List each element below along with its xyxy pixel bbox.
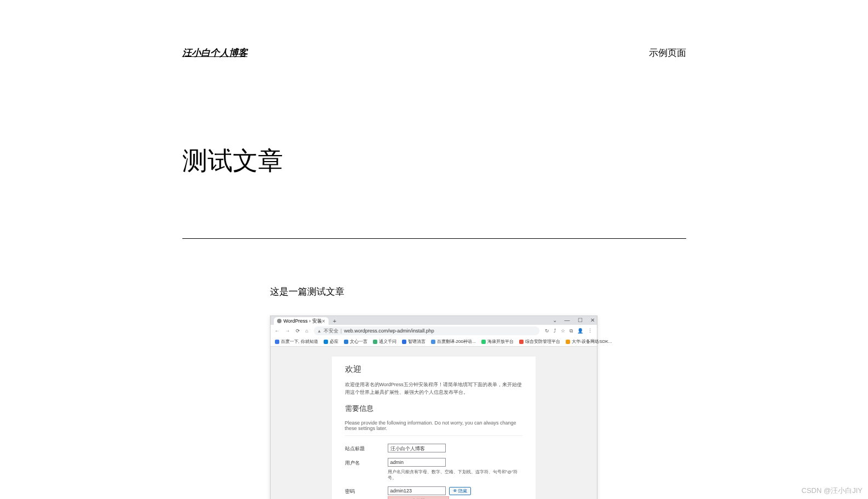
bookmark-item: 大华-设备网络SDK... (566, 339, 612, 345)
password-strength-badge: 非常弱 (388, 496, 449, 499)
bookmark-favicon-icon (566, 340, 570, 344)
bookmark-item: 百度一下, 你就知道 (275, 339, 318, 345)
bookmark-label: 文心一言 (350, 339, 367, 345)
bookmark-item: 文心一言 (344, 339, 367, 345)
extensions-icon: ⧉ (570, 328, 573, 334)
wordpress-favicon-icon (277, 319, 281, 323)
bookmark-label: 综合安防管理平台 (525, 339, 560, 345)
post-content: 这是一篇测试文章 WordPress › 安装 × + ⌄ — ☐ ✕ (270, 285, 686, 499)
reload-icon: ⟳ (296, 328, 300, 334)
sync-icon: ↻ (545, 328, 549, 334)
csdn-watermark: CSDN @汪小白JIY (802, 486, 863, 496)
bookmarks-bar: 百度一下, 你就知道必应文心一言通义千问智谱清言百度翻译-200种语...海康开… (271, 337, 597, 347)
welcome-heading: 欢迎 (345, 364, 522, 375)
post-intro: 这是一篇测试文章 (270, 285, 686, 298)
tab-title: WordPress › 安装 (284, 318, 322, 325)
welcome-description: 欢迎使用著名的WordPress五分钟安装程序！请简单地填写下面的表单，来开始使… (345, 381, 522, 396)
site-title-label: 站点标题 (345, 444, 388, 452)
nav-example-page[interactable]: 示例页面 (649, 47, 686, 59)
username-label: 用户名 (345, 458, 388, 481)
back-icon: ← (275, 328, 280, 334)
bookmark-label: 智谱清言 (408, 339, 426, 345)
hide-password-button: 👁 隐藏 (449, 487, 471, 495)
bookmark-item: 必应 (324, 339, 338, 345)
toolbar-right-icons: ↻ ⤴ ☆ ⧉ 👤 ⋮ (545, 328, 593, 334)
url-text: web.wordpress.com/wp-admin/install.php (344, 328, 434, 334)
profile-icon: 👤 (577, 328, 583, 334)
window-maximize-icon: ☐ (578, 317, 583, 323)
bookmark-item: 百度翻译-200种语... (431, 339, 476, 345)
bookmark-label: 百度翻译-200种语... (437, 339, 476, 345)
password-input: admin123 (388, 486, 446, 495)
bookmark-label: 必应 (330, 339, 338, 345)
window-minimize-icon: — (565, 317, 570, 323)
password-label: 密码 (345, 486, 388, 499)
window-dropdown-icon: ⌄ (553, 317, 557, 323)
security-label: 不安全 (324, 328, 338, 335)
home-icon: ⌂ (306, 328, 308, 334)
bookmark-favicon-icon (402, 340, 406, 344)
bookmark-item: 智谱清言 (402, 339, 426, 345)
install-card: 欢迎 欢迎使用著名的WordPress五分钟安装程序！请简单地填写下面的表单，来… (332, 357, 536, 499)
tab-close-icon: × (322, 318, 325, 324)
bookmark-favicon-icon (275, 340, 279, 344)
bookmark-favicon-icon (324, 340, 328, 344)
forward-icon: → (285, 328, 290, 334)
info-heading: 需要信息 (345, 404, 522, 414)
new-tab-icon: + (333, 318, 336, 324)
menu-icon: ⋮ (588, 328, 593, 334)
bookmark-favicon-icon (519, 340, 524, 344)
site-title-link[interactable]: 汪小白个人博客 (182, 47, 248, 59)
not-secure-icon: ▲ (317, 329, 321, 334)
bookmark-favicon-icon (344, 340, 348, 344)
bookmark-item: 通义千问 (373, 339, 396, 345)
window-close-icon: ✕ (590, 317, 595, 323)
embedded-browser-screenshot: WordPress › 安装 × + ⌄ — ☐ ✕ ← → ⟳ (270, 316, 597, 499)
site-title-input: 汪小白个人博客 (388, 444, 446, 452)
bookmark-item: 海康开放平台 (481, 339, 514, 345)
bookmark-favicon-icon (481, 340, 486, 344)
bookmark-label: 海康开放平台 (487, 339, 514, 345)
browser-tab: WordPress › 安装 × (274, 317, 329, 325)
title-divider (182, 238, 686, 239)
username-input: admin (388, 458, 446, 467)
bookmark-favicon-icon (431, 340, 435, 344)
bookmark-star-icon: ☆ (561, 328, 565, 334)
bookmark-label: 通义千问 (379, 339, 396, 345)
eye-icon: 👁 (453, 489, 457, 494)
bookmark-label: 百度一下, 你就知道 (281, 339, 318, 345)
post-title: 测试文章 (182, 144, 686, 178)
bookmark-favicon-icon (373, 340, 377, 344)
username-hint: 用户名只能含有字母、数字、空格、下划线、连字符、句号和"@"符号。 (388, 469, 522, 481)
site-header: 汪小白个人博客 示例页面 (182, 47, 686, 59)
info-note: Please provide the following information… (345, 420, 522, 436)
bookmark-item: 综合安防管理平台 (519, 339, 560, 345)
bookmark-label: 大华-设备网络SDK... (572, 339, 612, 345)
share-icon: ⤴ (554, 328, 556, 334)
